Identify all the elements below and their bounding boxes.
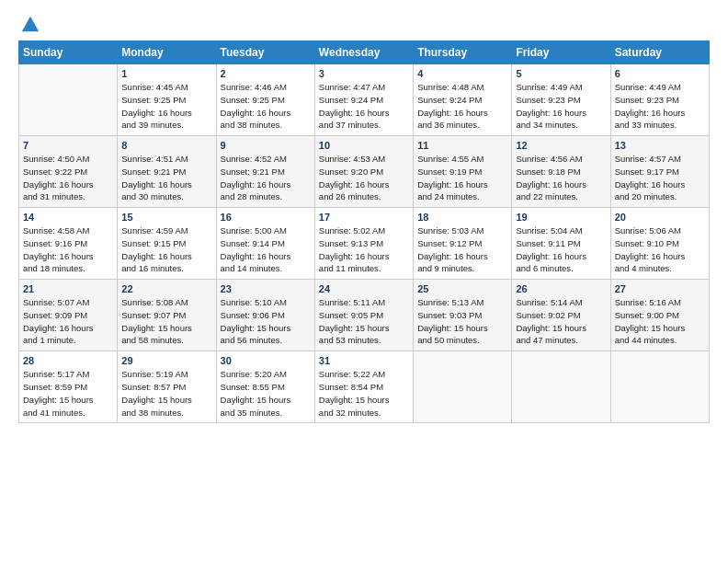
calendar-cell: 16Sunrise: 5:00 AM Sunset: 9:14 PM Dayli… — [216, 208, 314, 280]
cell-info: Sunrise: 5:13 AM Sunset: 9:03 PM Dayligh… — [417, 296, 507, 347]
calendar-cell: 3Sunrise: 4:47 AM Sunset: 9:24 PM Daylig… — [314, 64, 413, 136]
day-number: 19 — [516, 212, 606, 223]
col-header-wednesday: Wednesday — [314, 41, 413, 64]
calendar-cell: 1Sunrise: 4:45 AM Sunset: 9:25 PM Daylig… — [118, 64, 216, 136]
cell-info: Sunrise: 5:03 AM Sunset: 9:12 PM Dayligh… — [417, 224, 507, 275]
day-number: 24 — [319, 283, 409, 294]
cell-info: Sunrise: 5:08 AM Sunset: 9:07 PM Dayligh… — [121, 296, 211, 347]
calendar-cell: 11Sunrise: 4:55 AM Sunset: 9:19 PM Dayli… — [414, 136, 512, 208]
day-number: 13 — [615, 140, 705, 151]
calendar-cell — [512, 351, 610, 423]
week-row-2: 14Sunrise: 4:58 AM Sunset: 9:16 PM Dayli… — [19, 208, 710, 280]
day-number: 9 — [221, 140, 311, 151]
calendar-table: SundayMondayTuesdayWednesdayThursdayFrid… — [18, 40, 710, 423]
logo-text — [18, 15, 40, 35]
day-number: 21 — [23, 283, 113, 294]
cell-info: Sunrise: 4:58 AM Sunset: 9:16 PM Dayligh… — [23, 224, 113, 275]
col-header-monday: Monday — [118, 41, 216, 64]
calendar-cell: 13Sunrise: 4:57 AM Sunset: 9:17 PM Dayli… — [610, 136, 709, 208]
cell-info: Sunrise: 4:57 AM Sunset: 9:17 PM Dayligh… — [615, 153, 705, 203]
calendar-cell: 10Sunrise: 4:53 AM Sunset: 9:20 PM Dayli… — [314, 136, 413, 208]
col-header-friday: Friday — [512, 41, 610, 64]
calendar-cell: 23Sunrise: 5:10 AM Sunset: 9:06 PM Dayli… — [216, 280, 314, 351]
cell-info: Sunrise: 4:55 AM Sunset: 9:19 PM Dayligh… — [417, 153, 507, 203]
cell-info: Sunrise: 5:00 AM Sunset: 9:14 PM Dayligh… — [221, 224, 311, 275]
calendar-cell: 25Sunrise: 5:13 AM Sunset: 9:03 PM Dayli… — [414, 280, 512, 351]
page: SundayMondayTuesdayWednesdayThursdayFrid… — [0, 0, 728, 563]
day-number: 4 — [417, 68, 507, 79]
day-number: 22 — [121, 283, 211, 294]
day-number: 31 — [319, 355, 409, 366]
calendar-cell: 30Sunrise: 5:20 AM Sunset: 8:55 PM Dayli… — [216, 351, 314, 423]
cell-info: Sunrise: 4:52 AM Sunset: 9:21 PM Dayligh… — [221, 153, 311, 203]
day-number: 12 — [516, 140, 606, 151]
calendar-cell — [610, 351, 709, 423]
cell-info: Sunrise: 4:49 AM Sunset: 9:23 PM Dayligh… — [615, 81, 705, 132]
day-number: 10 — [319, 140, 409, 151]
calendar-cell: 19Sunrise: 5:04 AM Sunset: 9:11 PM Dayli… — [512, 208, 610, 280]
col-header-tuesday: Tuesday — [216, 41, 314, 64]
header — [18, 15, 710, 31]
week-row-3: 21Sunrise: 5:07 AM Sunset: 9:09 PM Dayli… — [19, 280, 710, 351]
cell-info: Sunrise: 4:45 AM Sunset: 9:25 PM Dayligh… — [121, 81, 211, 132]
calendar-cell: 6Sunrise: 4:49 AM Sunset: 9:23 PM Daylig… — [610, 64, 709, 136]
cell-info: Sunrise: 4:53 AM Sunset: 9:20 PM Dayligh… — [319, 153, 409, 203]
day-number: 28 — [23, 355, 113, 366]
calendar-cell: 5Sunrise: 4:49 AM Sunset: 9:23 PM Daylig… — [512, 64, 610, 136]
cell-info: Sunrise: 4:47 AM Sunset: 9:24 PM Dayligh… — [319, 81, 409, 132]
cell-info: Sunrise: 5:04 AM Sunset: 9:11 PM Dayligh… — [516, 224, 606, 275]
cell-info: Sunrise: 4:49 AM Sunset: 9:23 PM Dayligh… — [516, 81, 606, 132]
cell-info: Sunrise: 4:56 AM Sunset: 9:18 PM Dayligh… — [516, 153, 606, 203]
day-number: 30 — [221, 355, 311, 366]
calendar-cell: 7Sunrise: 4:50 AM Sunset: 9:22 PM Daylig… — [19, 136, 118, 208]
cell-info: Sunrise: 4:50 AM Sunset: 9:22 PM Dayligh… — [23, 153, 113, 203]
calendar-cell: 14Sunrise: 4:58 AM Sunset: 9:16 PM Dayli… — [19, 208, 118, 280]
day-number: 6 — [615, 68, 705, 79]
calendar-cell: 4Sunrise: 4:48 AM Sunset: 9:24 PM Daylig… — [414, 64, 512, 136]
calendar-cell: 29Sunrise: 5:19 AM Sunset: 8:57 PM Dayli… — [118, 351, 216, 423]
calendar-cell: 22Sunrise: 5:08 AM Sunset: 9:07 PM Dayli… — [118, 280, 216, 351]
day-number: 11 — [417, 140, 507, 151]
day-number: 27 — [615, 283, 705, 294]
calendar-cell: 27Sunrise: 5:16 AM Sunset: 9:00 PM Dayli… — [610, 280, 709, 351]
cell-info: Sunrise: 4:48 AM Sunset: 9:24 PM Dayligh… — [417, 81, 507, 132]
week-row-0: 1Sunrise: 4:45 AM Sunset: 9:25 PM Daylig… — [19, 64, 710, 136]
day-number: 17 — [319, 212, 409, 223]
day-number: 5 — [516, 68, 606, 79]
calendar-cell: 15Sunrise: 4:59 AM Sunset: 9:15 PM Dayli… — [118, 208, 216, 280]
calendar-cell: 17Sunrise: 5:02 AM Sunset: 9:13 PM Dayli… — [314, 208, 413, 280]
logo-icon — [20, 15, 40, 35]
calendar-cell: 31Sunrise: 5:22 AM Sunset: 8:54 PM Dayli… — [314, 351, 413, 423]
week-row-1: 7Sunrise: 4:50 AM Sunset: 9:22 PM Daylig… — [19, 136, 710, 208]
day-number: 2 — [221, 68, 311, 79]
cell-info: Sunrise: 4:59 AM Sunset: 9:15 PM Dayligh… — [121, 224, 211, 275]
day-number: 16 — [221, 212, 311, 223]
col-header-sunday: Sunday — [19, 41, 118, 64]
day-number: 23 — [221, 283, 311, 294]
calendar-cell: 28Sunrise: 5:17 AM Sunset: 8:59 PM Dayli… — [19, 351, 118, 423]
logo — [18, 15, 40, 31]
cell-info: Sunrise: 5:11 AM Sunset: 9:05 PM Dayligh… — [319, 296, 409, 347]
cell-info: Sunrise: 4:51 AM Sunset: 9:21 PM Dayligh… — [121, 153, 211, 203]
cell-info: Sunrise: 5:02 AM Sunset: 9:13 PM Dayligh… — [319, 224, 409, 275]
day-number: 18 — [417, 212, 507, 223]
cell-info: Sunrise: 5:17 AM Sunset: 8:59 PM Dayligh… — [23, 368, 113, 419]
cell-info: Sunrise: 5:20 AM Sunset: 8:55 PM Dayligh… — [221, 368, 311, 419]
calendar-cell: 2Sunrise: 4:46 AM Sunset: 9:25 PM Daylig… — [216, 64, 314, 136]
calendar-cell: 26Sunrise: 5:14 AM Sunset: 9:02 PM Dayli… — [512, 280, 610, 351]
calendar-cell — [414, 351, 512, 423]
cell-info: Sunrise: 5:10 AM Sunset: 9:06 PM Dayligh… — [221, 296, 311, 347]
cell-info: Sunrise: 5:19 AM Sunset: 8:57 PM Dayligh… — [121, 368, 211, 419]
cell-info: Sunrise: 5:06 AM Sunset: 9:10 PM Dayligh… — [615, 224, 705, 275]
day-number: 8 — [121, 140, 211, 151]
day-number: 7 — [23, 140, 113, 151]
calendar-cell — [19, 64, 118, 136]
calendar-cell: 8Sunrise: 4:51 AM Sunset: 9:21 PM Daylig… — [118, 136, 216, 208]
calendar-cell: 18Sunrise: 5:03 AM Sunset: 9:12 PM Dayli… — [414, 208, 512, 280]
day-number: 14 — [23, 212, 113, 223]
day-number: 15 — [121, 212, 211, 223]
calendar-cell: 9Sunrise: 4:52 AM Sunset: 9:21 PM Daylig… — [216, 136, 314, 208]
cell-info: Sunrise: 5:07 AM Sunset: 9:09 PM Dayligh… — [23, 296, 113, 347]
calendar-cell: 21Sunrise: 5:07 AM Sunset: 9:09 PM Dayli… — [19, 280, 118, 351]
cell-info: Sunrise: 5:16 AM Sunset: 9:00 PM Dayligh… — [615, 296, 705, 347]
